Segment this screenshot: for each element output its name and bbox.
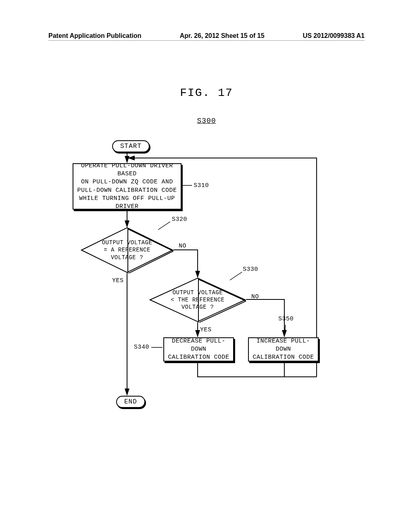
s310-line4: WHILE TURNING OFF PULL-UP	[79, 195, 175, 202]
step-s310: OPERATE PULL-DOWN DRIVER BASED ON PULL-D…	[73, 163, 181, 210]
s330-line1: OUTPUT VOLTAGE	[173, 289, 223, 296]
s310-line5: DRIVER	[115, 203, 138, 210]
s350-line1: INCREASE PULL-DOWN	[257, 338, 310, 353]
s310-ref: S310	[194, 182, 209, 189]
decision-s320: OUTPUT VOLTAGE = A REFERENCE VOLTAGE ?	[81, 227, 173, 273]
s310-line3: PULL-DOWN CALIBRATION CODE	[77, 187, 177, 194]
s320-line2: = A REFERENCE	[104, 247, 150, 253]
figure-title: FIG. 17	[0, 87, 413, 99]
header-left: Patent Application Publication	[48, 32, 142, 39]
s330-line2: < THE REFERENCE	[171, 297, 225, 303]
s340-line1: DECREASE PULL-DOWN	[172, 338, 225, 353]
s320-line3: VOLTAGE ?	[111, 254, 143, 261]
header-right: US 2012/0099383 A1	[303, 32, 365, 39]
decision-s330: OUTPUT VOLTAGE < THE REFERENCE VOLTAGE ?	[149, 277, 246, 322]
s330-line3: VOLTAGE ?	[181, 304, 214, 310]
flowchart: START OPERATE PULL-DOWN DRIVER BASED ON …	[65, 137, 355, 411]
s310-line2: ON PULL-DOWN ZQ CODE AND	[81, 179, 173, 185]
end-terminator: END	[116, 396, 145, 408]
figure-id: S300	[0, 117, 413, 125]
page-header: Patent Application Publication Apr. 26, …	[48, 32, 365, 41]
end-label: END	[124, 398, 137, 405]
s340-line2: CALIBRATION CODE	[168, 354, 229, 361]
step-s340: DECREASE PULL-DOWN CALIBRATION CODE	[163, 337, 234, 362]
start-terminator: START	[112, 140, 150, 152]
s340-ref: S340	[134, 344, 149, 351]
s330-ref: S330	[243, 266, 258, 273]
s320-yes: YES	[112, 277, 124, 284]
s310-line1: OPERATE PULL-DOWN DRIVER BASED	[81, 162, 173, 177]
start-label: START	[120, 143, 142, 150]
step-s350: INCREASE PULL-DOWN CALIBRATION CODE	[248, 337, 319, 362]
s320-ref: S320	[172, 216, 187, 223]
s320-line1: OUTPUT VOLTAGE	[102, 239, 152, 246]
s320-no: NO	[179, 243, 186, 249]
s330-yes: YES	[200, 326, 212, 333]
header-center: Apr. 26, 2012 Sheet 15 of 15	[180, 32, 265, 39]
s350-ref: S350	[278, 316, 294, 322]
s330-no: NO	[251, 293, 259, 300]
s350-line2: CALIBRATION CODE	[252, 354, 314, 361]
